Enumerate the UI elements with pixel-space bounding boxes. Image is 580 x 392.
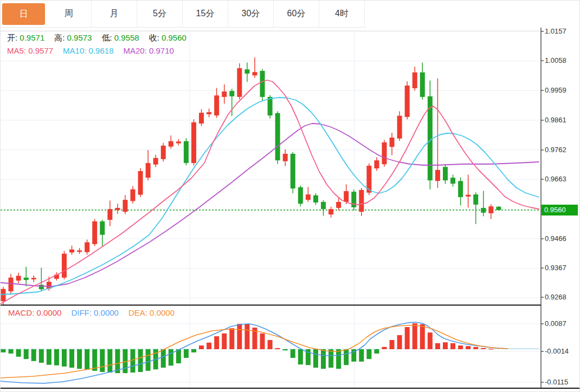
current-price-badge: 0.9560: [542, 205, 578, 215]
readout-item: DEA: 0.0000: [128, 308, 175, 317]
readout-item: MA20: 0.9710: [123, 46, 173, 55]
trading-chart-app: 日 周 月 5分 15分 30分 60分 4时 开: 0.9571高: 0.95…: [0, 0, 580, 392]
tab-60min[interactable]: 60分: [274, 1, 319, 27]
readout-item: DIFF: 0.0000: [71, 308, 119, 317]
readout-item: MACD: 0.0000: [8, 308, 61, 317]
ohlc-readout: 开: 0.9571高: 0.9573低: 0.9558收: 0.9560: [7, 33, 196, 43]
readout-item: MA5: 0.9577: [7, 46, 53, 55]
axis-tick-label: 0.9367: [545, 264, 566, 272]
axis-tick-label: 0.9861: [545, 116, 566, 124]
axis-tick-label: 0.9959: [545, 86, 566, 94]
tab-5min[interactable]: 5分: [137, 1, 183, 27]
chart-canvas[interactable]: [1, 1, 580, 392]
readout-item: MA10: 0.9618: [63, 46, 113, 55]
readout-item: 开: 0.9571: [7, 33, 44, 42]
axis-tick-label: -0.0115: [545, 378, 568, 386]
axis-tick-label: 0.9663: [545, 175, 566, 183]
readout-item: 高: 0.9573: [54, 33, 92, 42]
axis-tick-label: 1.0157: [545, 27, 566, 35]
chart-svg: [1, 1, 580, 392]
tab-month[interactable]: 月: [92, 1, 137, 27]
axis-tick-label: 0.9466: [545, 234, 566, 243]
tab-30min[interactable]: 30分: [228, 1, 274, 27]
tab-day[interactable]: 日: [2, 3, 45, 25]
ma-readout: MA5: 0.9577MA10: 0.9618MA20: 0.9710: [7, 46, 184, 55]
axis-tick-label: -0.0014: [545, 347, 569, 355]
readout-item: 低: 0.9558: [101, 33, 139, 42]
axis-tick-label: 0.0087: [545, 319, 566, 328]
axis-tick-label: 0.9762: [545, 146, 566, 154]
readout-item: 收: 0.9560: [149, 33, 186, 42]
macd-readout: MACD: 0.0000DIFF: 0.0000DEA: 0.0000: [8, 308, 184, 317]
timeframe-tabbar: 日 周 月 5分 15分 30分 60分 4时: [1, 1, 366, 28]
axis-tick-label: 1.0058: [545, 56, 566, 64]
tab-week[interactable]: 周: [46, 1, 92, 27]
tab-4hour[interactable]: 4时: [319, 1, 365, 27]
tab-15min[interactable]: 15分: [183, 1, 228, 27]
axis-tick-label: 0.9268: [545, 293, 566, 301]
